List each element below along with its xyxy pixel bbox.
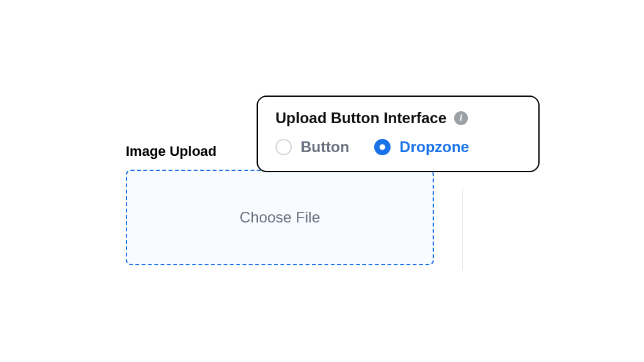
- interface-popover: Upload Button Interface i Button Dropzon…: [257, 96, 540, 172]
- radio-label: Dropzone: [399, 138, 469, 156]
- radio-icon: [374, 139, 391, 155]
- divider: [462, 189, 463, 270]
- dropzone-text: Choose File: [240, 209, 320, 226]
- file-dropzone[interactable]: Choose File: [126, 170, 434, 265]
- interface-radio-group: Button Dropzone: [275, 138, 521, 156]
- info-icon[interactable]: i: [454, 111, 468, 125]
- radio-label: Button: [301, 138, 349, 156]
- radio-icon: [275, 139, 292, 155]
- section-label: Image Upload: [126, 143, 216, 160]
- radio-option-dropzone[interactable]: Dropzone: [374, 138, 469, 156]
- popover-title: Upload Button Interface: [275, 109, 447, 127]
- radio-option-button[interactable]: Button: [275, 138, 349, 156]
- popover-header: Upload Button Interface i: [275, 109, 521, 127]
